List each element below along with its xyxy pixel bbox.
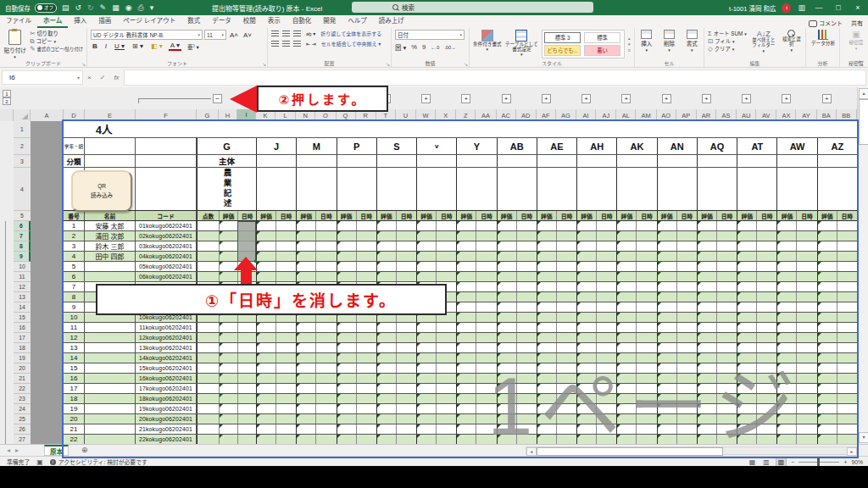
eval-cell[interactable] xyxy=(337,424,356,434)
cell[interactable]: 04kokugo06202401 xyxy=(136,252,197,261)
cell[interactable]: 評価 xyxy=(616,211,636,220)
row-header-4[interactable]: 4 xyxy=(14,168,31,211)
time-cell[interactable] xyxy=(396,241,416,251)
group-label-AT[interactable]: AT xyxy=(737,138,776,154)
time-cell[interactable] xyxy=(716,231,737,241)
time-cell[interactable] xyxy=(237,343,256,352)
eval-cell[interactable] xyxy=(337,363,356,373)
format-cells-button[interactable]: 書式▾ xyxy=(683,30,700,53)
eval-cell[interactable] xyxy=(497,231,516,241)
eval-cell[interactable] xyxy=(337,272,356,281)
cell[interactable] xyxy=(737,168,776,210)
time-cell[interactable] xyxy=(237,353,256,363)
time-cell[interactable] xyxy=(275,424,296,434)
eval-cell[interactable] xyxy=(256,414,275,424)
eval-cell[interactable] xyxy=(697,323,716,332)
eval-cell[interactable] xyxy=(776,221,796,230)
time-cell[interactable] xyxy=(636,241,656,251)
eval-cell[interactable] xyxy=(497,241,516,251)
eval-cell[interactable] xyxy=(697,262,716,271)
eval-cell[interactable] xyxy=(256,221,275,230)
eval-cell[interactable] xyxy=(376,221,396,230)
column-header-AX[interactable]: AX xyxy=(776,109,796,121)
eval-cell[interactable] xyxy=(657,282,676,291)
time-cell[interactable] xyxy=(315,272,336,281)
eval-cell[interactable] xyxy=(737,252,756,261)
eval-cell[interactable] xyxy=(219,323,237,332)
increase-decimal-button[interactable]: ←.0 xyxy=(431,45,439,50)
time-cell[interactable] xyxy=(837,282,857,291)
eval-cell[interactable] xyxy=(497,302,516,312)
time-cell[interactable] xyxy=(396,404,416,413)
column-header-AC[interactable]: AC xyxy=(497,109,516,121)
cell[interactable]: 日時 xyxy=(237,211,256,220)
vertical-scroll-thumb[interactable] xyxy=(859,99,868,145)
eval-cell[interactable] xyxy=(697,302,716,312)
row-header-12[interactable]: 12 xyxy=(14,282,31,292)
eval-cell[interactable] xyxy=(256,231,275,241)
eval-cell[interactable] xyxy=(456,323,476,332)
time-cell[interactable] xyxy=(636,282,656,291)
time-cell[interactable] xyxy=(315,262,336,271)
time-cell[interactable] xyxy=(237,394,256,403)
cell[interactable]: 日時 xyxy=(396,211,416,220)
eval-cell[interactable] xyxy=(697,282,716,291)
cell[interactable]: 3 xyxy=(64,241,85,251)
time-cell[interactable] xyxy=(275,272,296,281)
eval-cell[interactable] xyxy=(817,363,837,373)
time-cell[interactable] xyxy=(476,282,496,291)
eval-cell[interactable] xyxy=(537,262,556,271)
insert-cells-button[interactable]: 挿入▾ xyxy=(638,30,655,53)
normal-view-icon[interactable]: ▦ xyxy=(748,458,758,466)
time-cell[interactable] xyxy=(716,262,737,271)
time-cell[interactable] xyxy=(436,435,456,444)
column-header-AP[interactable]: AP xyxy=(676,109,697,121)
eval-cell[interactable] xyxy=(817,231,837,241)
cell[interactable]: 日時 xyxy=(315,211,336,220)
group-label-AZ[interactable]: AZ xyxy=(817,138,857,154)
eval-cell[interactable] xyxy=(376,374,396,383)
eval-cell[interactable] xyxy=(817,313,837,322)
cell[interactable]: 11kokugo06202401 xyxy=(136,323,197,332)
phonetic-button[interactable]: 亜ˀ ▾ xyxy=(186,42,201,51)
scroll-down-arrow[interactable]: ▾ xyxy=(859,432,868,443)
zoom-slider-thumb[interactable] xyxy=(817,458,820,466)
enter-icon[interactable]: ✓ xyxy=(96,74,110,81)
eval-cell[interactable] xyxy=(376,231,396,241)
eval-cell[interactable] xyxy=(616,262,636,271)
cell[interactable] xyxy=(456,168,496,210)
eval-cell[interactable] xyxy=(456,435,476,444)
eval-cell[interactable] xyxy=(376,262,396,271)
fill-button[interactable]: ⊡フィル▾ xyxy=(708,37,747,45)
time-cell[interactable] xyxy=(275,353,296,363)
eval-cell[interactable] xyxy=(416,384,436,393)
cell[interactable]: 日時 xyxy=(716,211,737,220)
time-cell[interactable] xyxy=(837,435,857,444)
time-cell[interactable] xyxy=(476,272,496,281)
eval-cell[interactable] xyxy=(737,241,756,251)
cell[interactable] xyxy=(537,168,576,210)
time-cell[interactable] xyxy=(716,252,737,261)
eval-cell[interactable] xyxy=(416,435,436,444)
eval-cell[interactable] xyxy=(219,343,237,352)
eval-cell[interactable] xyxy=(337,394,356,403)
conditional-formatting-button[interactable]: 条件付き書式▾ xyxy=(473,30,502,58)
cell[interactable] xyxy=(817,155,857,167)
cell[interactable]: 評価 xyxy=(456,211,476,220)
time-cell[interactable] xyxy=(796,272,816,281)
eval-cell[interactable] xyxy=(376,424,396,434)
eval-cell[interactable] xyxy=(256,323,275,332)
time-cell[interactable] xyxy=(396,414,416,424)
cell[interactable] xyxy=(776,155,816,167)
eval-cell[interactable] xyxy=(219,241,237,251)
time-cell[interactable] xyxy=(837,252,857,261)
find-select-button[interactable]: 検索と選択▾ xyxy=(781,30,803,53)
time-cell[interactable] xyxy=(636,231,656,241)
eval-cell[interactable] xyxy=(776,231,796,241)
scroll-up-arrow[interactable]: ▴ xyxy=(859,88,868,99)
time-cell[interactable] xyxy=(796,282,816,291)
time-cell[interactable] xyxy=(476,252,496,261)
eval-cell[interactable] xyxy=(296,272,315,281)
group-label-AK[interactable]: AK xyxy=(616,138,656,154)
eval-cell[interactable] xyxy=(219,231,237,241)
